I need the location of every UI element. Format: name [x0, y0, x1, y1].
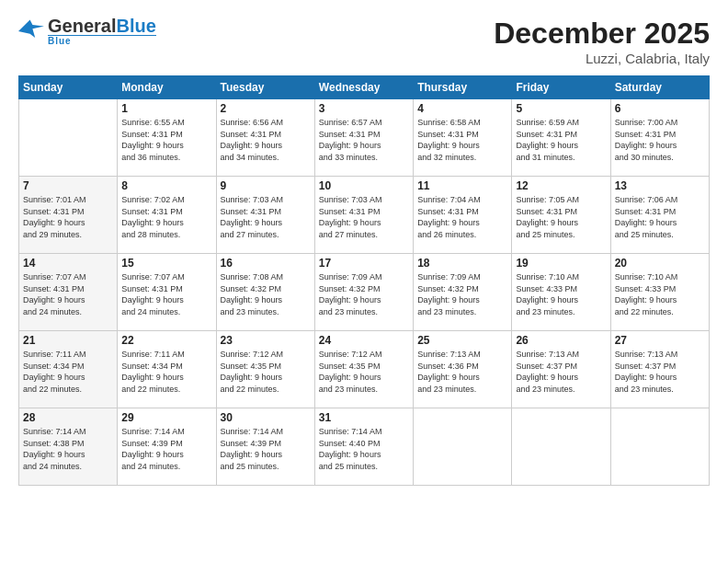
table-row — [610, 408, 709, 486]
col-sunday: Sunday — [19, 76, 118, 99]
day-info: Sunrise: 7:03 AM Sunset: 4:31 PM Dayligh… — [221, 194, 311, 240]
day-number: 26 — [516, 334, 606, 347]
day-number: 7 — [23, 179, 113, 192]
day-info: Sunrise: 7:13 AM Sunset: 4:37 PM Dayligh… — [516, 349, 606, 395]
svg-marker-0 — [18, 19, 44, 38]
table-row: 29Sunrise: 7:14 AM Sunset: 4:39 PM Dayli… — [118, 408, 216, 486]
col-wednesday: Wednesday — [314, 76, 413, 99]
table-row: 16Sunrise: 7:08 AM Sunset: 4:32 PM Dayli… — [216, 254, 314, 331]
month-title: December 2025 — [494, 17, 710, 51]
logo-name: GeneralBlue — [48, 17, 156, 35]
calendar-week-5: 28Sunrise: 7:14 AM Sunset: 4:38 PM Dayli… — [19, 408, 710, 486]
day-number: 10 — [319, 179, 409, 192]
table-row: 30Sunrise: 7:14 AM Sunset: 4:39 PM Dayli… — [216, 408, 314, 486]
logo: GeneralBlue Blue — [18, 17, 156, 46]
table-row — [19, 99, 118, 177]
day-number: 11 — [417, 179, 507, 192]
calendar-week-2: 7Sunrise: 7:01 AM Sunset: 4:31 PM Daylig… — [19, 177, 710, 254]
table-row — [414, 408, 512, 486]
col-monday: Monday — [118, 76, 216, 99]
day-info: Sunrise: 7:07 AM Sunset: 4:31 PM Dayligh… — [23, 271, 113, 317]
day-number: 23 — [221, 334, 311, 347]
day-number: 22 — [121, 334, 211, 347]
calendar-week-1: 1Sunrise: 6:55 AM Sunset: 4:31 PM Daylig… — [19, 99, 710, 177]
day-number: 30 — [221, 411, 311, 424]
day-info: Sunrise: 7:06 AM Sunset: 4:31 PM Dayligh… — [615, 194, 705, 240]
page: GeneralBlue Blue December 2025 Luzzi, Ca… — [0, 0, 728, 563]
day-info: Sunrise: 7:01 AM Sunset: 4:31 PM Dayligh… — [23, 194, 113, 240]
table-row: 5Sunrise: 6:59 AM Sunset: 4:31 PM Daylig… — [512, 99, 610, 177]
day-number: 9 — [221, 179, 311, 192]
day-number: 2 — [221, 102, 311, 115]
day-number: 16 — [221, 257, 311, 270]
calendar-week-4: 21Sunrise: 7:11 AM Sunset: 4:34 PM Dayli… — [19, 331, 710, 408]
day-info: Sunrise: 6:57 AM Sunset: 4:31 PM Dayligh… — [319, 117, 409, 163]
table-row: 14Sunrise: 7:07 AM Sunset: 4:31 PM Dayli… — [19, 254, 118, 331]
day-info: Sunrise: 7:00 AM Sunset: 4:31 PM Dayligh… — [615, 117, 705, 163]
logo-blue: Blue — [116, 16, 155, 36]
table-row: 17Sunrise: 7:09 AM Sunset: 4:32 PM Dayli… — [314, 254, 413, 331]
day-info: Sunrise: 7:04 AM Sunset: 4:31 PM Dayligh… — [417, 194, 507, 240]
table-row — [512, 408, 610, 486]
col-friday: Friday — [512, 76, 610, 99]
col-saturday: Saturday — [610, 76, 709, 99]
table-row: 1Sunrise: 6:55 AM Sunset: 4:31 PM Daylig… — [118, 99, 216, 177]
day-info: Sunrise: 7:14 AM Sunset: 4:40 PM Dayligh… — [319, 426, 409, 472]
day-number: 25 — [417, 334, 507, 347]
title-area: December 2025 Luzzi, Calabria, Italy — [494, 17, 710, 66]
day-number: 3 — [319, 102, 409, 115]
day-number: 4 — [417, 102, 507, 115]
day-info: Sunrise: 7:11 AM Sunset: 4:34 PM Dayligh… — [23, 349, 113, 395]
day-number: 12 — [516, 179, 606, 192]
table-row: 8Sunrise: 7:02 AM Sunset: 4:31 PM Daylig… — [118, 177, 216, 254]
day-number: 20 — [615, 257, 705, 270]
table-row: 7Sunrise: 7:01 AM Sunset: 4:31 PM Daylig… — [19, 177, 118, 254]
day-info: Sunrise: 6:59 AM Sunset: 4:31 PM Dayligh… — [516, 117, 606, 163]
header: GeneralBlue Blue December 2025 Luzzi, Ca… — [18, 17, 710, 66]
day-number: 8 — [121, 179, 211, 192]
day-number: 18 — [417, 257, 507, 270]
day-info: Sunrise: 7:13 AM Sunset: 4:36 PM Dayligh… — [417, 349, 507, 395]
table-row: 12Sunrise: 7:05 AM Sunset: 4:31 PM Dayli… — [512, 177, 610, 254]
day-info: Sunrise: 7:14 AM Sunset: 4:39 PM Dayligh… — [221, 426, 311, 472]
table-row: 6Sunrise: 7:00 AM Sunset: 4:31 PM Daylig… — [610, 99, 709, 177]
table-row: 18Sunrise: 7:09 AM Sunset: 4:32 PM Dayli… — [414, 254, 512, 331]
day-info: Sunrise: 7:12 AM Sunset: 4:35 PM Dayligh… — [319, 349, 409, 395]
table-row: 11Sunrise: 7:04 AM Sunset: 4:31 PM Dayli… — [414, 177, 512, 254]
table-row: 28Sunrise: 7:14 AM Sunset: 4:38 PM Dayli… — [19, 408, 118, 486]
day-number: 14 — [23, 257, 113, 270]
day-info: Sunrise: 7:09 AM Sunset: 4:32 PM Dayligh… — [417, 271, 507, 317]
calendar-table: Sunday Monday Tuesday Wednesday Thursday… — [18, 75, 710, 486]
table-row: 22Sunrise: 7:11 AM Sunset: 4:34 PM Dayli… — [118, 331, 216, 408]
table-row: 19Sunrise: 7:10 AM Sunset: 4:33 PM Dayli… — [512, 254, 610, 331]
day-info: Sunrise: 7:10 AM Sunset: 4:33 PM Dayligh… — [516, 271, 606, 317]
day-number: 24 — [319, 334, 409, 347]
table-row: 10Sunrise: 7:03 AM Sunset: 4:31 PM Dayli… — [314, 177, 413, 254]
day-info: Sunrise: 7:14 AM Sunset: 4:38 PM Dayligh… — [23, 426, 113, 472]
table-row: 20Sunrise: 7:10 AM Sunset: 4:33 PM Dayli… — [610, 254, 709, 331]
day-info: Sunrise: 6:55 AM Sunset: 4:31 PM Dayligh… — [121, 117, 211, 163]
table-row: 27Sunrise: 7:13 AM Sunset: 4:37 PM Dayli… — [610, 331, 709, 408]
bird-icon — [18, 18, 44, 44]
day-info: Sunrise: 7:08 AM Sunset: 4:32 PM Dayligh… — [221, 271, 311, 317]
day-info: Sunrise: 7:12 AM Sunset: 4:35 PM Dayligh… — [221, 349, 311, 395]
col-thursday: Thursday — [414, 76, 512, 99]
logo-subtext: Blue — [48, 35, 156, 46]
day-number: 29 — [121, 411, 211, 424]
day-number: 28 — [23, 411, 113, 424]
day-info: Sunrise: 6:58 AM Sunset: 4:31 PM Dayligh… — [417, 117, 507, 163]
day-info: Sunrise: 7:07 AM Sunset: 4:31 PM Dayligh… — [121, 271, 211, 317]
table-row: 3Sunrise: 6:57 AM Sunset: 4:31 PM Daylig… — [314, 99, 413, 177]
logo-text-block: GeneralBlue Blue — [48, 17, 156, 46]
day-number: 13 — [615, 179, 705, 192]
day-info: Sunrise: 7:11 AM Sunset: 4:34 PM Dayligh… — [121, 349, 211, 395]
calendar-header-row: Sunday Monday Tuesday Wednesday Thursday… — [19, 76, 710, 99]
table-row: 26Sunrise: 7:13 AM Sunset: 4:37 PM Dayli… — [512, 331, 610, 408]
table-row: 13Sunrise: 7:06 AM Sunset: 4:31 PM Dayli… — [610, 177, 709, 254]
day-info: Sunrise: 7:03 AM Sunset: 4:31 PM Dayligh… — [319, 194, 409, 240]
day-info: Sunrise: 7:02 AM Sunset: 4:31 PM Dayligh… — [121, 194, 211, 240]
table-row: 31Sunrise: 7:14 AM Sunset: 4:40 PM Dayli… — [314, 408, 413, 486]
day-info: Sunrise: 6:56 AM Sunset: 4:31 PM Dayligh… — [221, 117, 311, 163]
calendar-wrapper: Sunday Monday Tuesday Wednesday Thursday… — [18, 75, 710, 550]
table-row: 9Sunrise: 7:03 AM Sunset: 4:31 PM Daylig… — [216, 177, 314, 254]
